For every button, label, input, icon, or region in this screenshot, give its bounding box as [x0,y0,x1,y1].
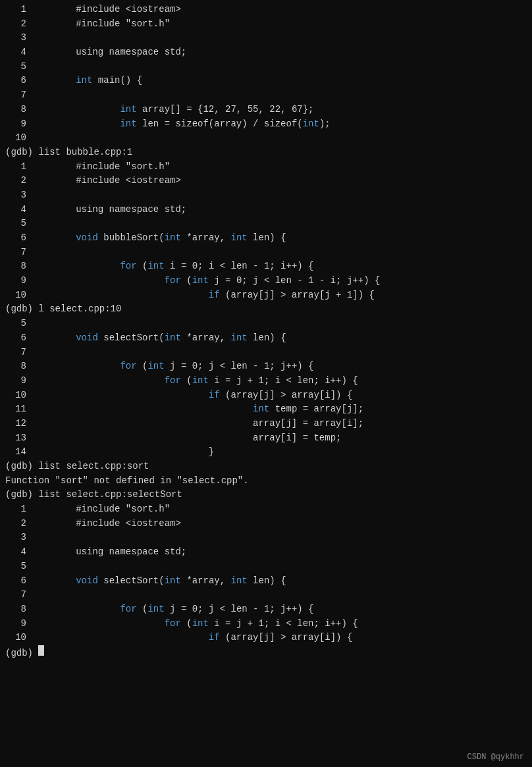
code-line: 10 if (array[j] > array[i]) { [0,631,532,645]
code-line: 3 [0,188,532,203]
code-line: 4 using namespace std; [0,45,532,60]
code-line: 8 for (int i = 0; i < len - 1; i++) { [0,259,532,274]
line-number: 6 [5,331,26,346]
line-number: 3 [5,531,26,545]
code-line: 9 for (int i = j + 1; i < len; i++) { [0,617,532,631]
code-line: 2 #include "sort.h" [0,17,532,32]
line-content: using namespace std; [32,545,186,560]
code-line: 2 #include <iostream> [0,517,532,531]
line-number: 5 [5,317,26,331]
line-number: 3 [5,31,26,45]
code-line: 13 array[i] = temp; [0,431,532,446]
code-line: 6 void bubbleSort(int *array, int len) { [0,231,532,246]
terminal: 1 #include <iostream> 2 #include "sort.h… [0,0,532,767]
code-line: 9 int len = sizeof(array) / sizeof(int); [0,117,532,132]
line-number: 10 [5,288,26,303]
line-content: #include <iostream> [32,3,181,17]
code-line: 3 [0,531,532,545]
line-number: 10 [5,388,26,403]
code-line: 6 void selectSort(int *array, int len) { [0,331,532,346]
code-line: 4 using namespace std; [0,203,532,217]
watermark: CSDN @qykhhr [467,753,524,762]
line-number: 1 [5,502,26,517]
line-content: for (int i = 0; i < len - 1; i++) { [32,259,314,274]
line-content: #include "sort.h" [32,502,170,517]
line-number: 2 [5,17,26,32]
plain-text: Function "sort" not defined in "select.c… [5,474,249,489]
code-line: 5 [0,217,532,231]
line-number: 5 [5,60,26,74]
line-content: void bubbleSort(int *array, int len) { [32,231,286,246]
gdb-cursor-line[interactable]: (gdb) [0,645,532,661]
line-number: 10 [5,631,26,645]
line-number: 1 [5,160,26,174]
code-line: 6 int main() { [0,74,532,88]
line-number: 6 [5,231,26,246]
line-content: int array[] = {12, 27, 55, 22, 67}; [32,103,313,117]
line-number: 8 [5,602,26,617]
line-number: 5 [5,560,26,574]
code-line: 12 array[j] = array[i]; [0,417,532,431]
line-content: if (array[j] > array[i]) { [32,631,352,645]
gdb-prompt: (gdb) l select.cpp:10 [5,302,121,317]
code-line: 10 if (array[j] > array[i]) { [0,388,532,403]
code-line: 7 [0,346,532,360]
code-line: 1 #include <iostream> [0,3,532,17]
line-content: int temp = array[j]; [32,402,363,417]
line-content: void selectSort(int *array, int len) { [32,331,286,346]
line-content: void selectSort(int *array, int len) { [32,574,286,589]
line-content: int len = sizeof(array) / sizeof(int); [32,117,331,132]
code-line: 6 void selectSort(int *array, int len) { [0,574,532,589]
line-number: 9 [5,374,26,388]
line-number: 10 [5,131,26,145]
line-number: 5 [5,217,26,231]
line-content: using namespace std; [32,203,186,217]
code-line: 11 int temp = array[j]; [0,402,532,417]
line-number: 1 [5,3,26,17]
code-line: 8 int array[] = {12, 27, 55, 22, 67}; [0,103,532,117]
code-line: 9 for (int i = j + 1; i < len; i++) { [0,374,532,388]
code-line: 3 [0,31,532,45]
line-number: 8 [5,103,26,117]
code-line: 2 #include <iostream> [0,174,532,188]
code-line: 7 [0,88,532,103]
code-line: 4 using namespace std; [0,545,532,560]
line-number: 9 [5,617,26,631]
code-line: 5 [0,60,532,74]
code-line: 10 [0,131,532,145]
gdb-line: (gdb) list select.cpp:sort [0,460,532,474]
code-line: 1 #include "sort.h" [0,160,532,174]
terminal-cursor [38,645,44,656]
code-line: 1 #include "sort.h" [0,502,532,517]
line-content: array[i] = temp; [32,431,341,446]
line-content: #include "sort.h" [32,17,170,32]
code-line: 8 for (int j = 0; j < len - 1; j++) { [0,602,532,617]
line-number: 4 [5,203,26,217]
line-number: 14 [5,445,26,460]
plain-line: Function "sort" not defined in "select.c… [0,474,532,489]
line-number: 2 [5,174,26,188]
code-line: 8 for (int j = 0; j < len - 1; j++) { [0,359,532,374]
code-line: 9 for (int j = 0; j < len - 1 - i; j++) … [0,274,532,288]
line-content: } [32,445,214,460]
gdb-prompt: (gdb) list select.cpp:selectSort [5,488,182,502]
line-number: 7 [5,588,26,602]
line-number: 3 [5,188,26,203]
line-content: for (int j = 0; j < len - 1; j++) { [32,359,314,374]
code-line: 5 [0,560,532,574]
line-content: #include <iostream> [32,174,181,188]
line-content: int main() { [32,74,142,88]
line-content: #include <iostream> [32,517,181,531]
line-content: for (int j = 0; j < len - 1; j++) { [32,602,314,617]
gdb-line: (gdb) list bubble.cpp:1 [0,145,532,160]
line-content: #include "sort.h" [32,160,170,174]
code-line: 10 if (array[j] > array[j + 1]) { [0,288,532,303]
line-number: 6 [5,574,26,589]
line-content: if (array[j] > array[j + 1]) { [32,288,375,303]
line-number: 8 [5,259,26,274]
line-number: 9 [5,274,26,288]
line-number: 4 [5,545,26,560]
line-content: if (array[j] > array[i]) { [32,388,352,403]
line-number: 2 [5,517,26,531]
line-number: 7 [5,246,26,260]
